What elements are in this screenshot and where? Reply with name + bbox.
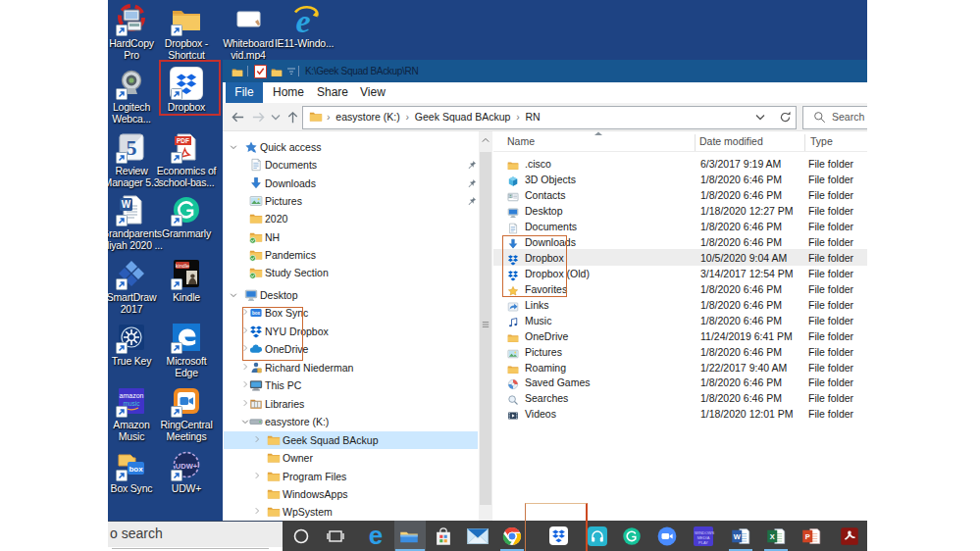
svg-text:PDF: PDF (177, 137, 189, 144)
svg-text:box: box (129, 465, 143, 474)
svg-text:amazon: amazon (120, 392, 144, 399)
svg-text:X: X (770, 532, 775, 541)
svg-text:W: W (122, 199, 131, 210)
svg-text:kindle: kindle (176, 263, 189, 269)
svg-text:W: W (734, 532, 742, 541)
svg-text:e: e (369, 526, 383, 547)
svg-text:P: P (805, 532, 810, 541)
